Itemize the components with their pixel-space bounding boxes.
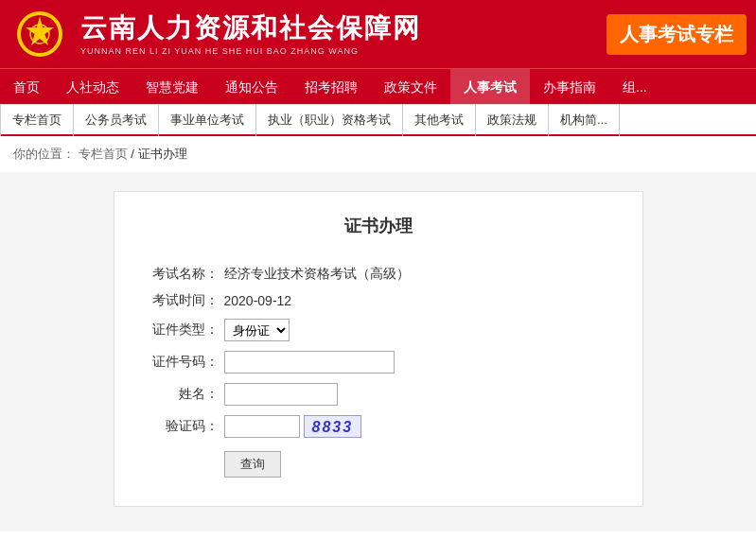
cert-code-label: 证件号码： bbox=[143, 354, 219, 371]
name-input[interactable] bbox=[224, 383, 338, 406]
exam-time-label: 考试时间： bbox=[143, 292, 219, 309]
sub-nav-item-zhuanlan[interactable]: 专栏首页 bbox=[0, 104, 74, 136]
sub-nav-item-zhengcefagui[interactable]: 政策法规 bbox=[476, 104, 549, 136]
content-area: 证书办理 考试名称： 经济专业技术资格考试（高级） 考试时间： 2020-09-… bbox=[0, 172, 756, 531]
cert-type-row: 证件类型： 身份证 护照 军官证 bbox=[143, 319, 614, 341]
query-button[interactable]: 查询 bbox=[224, 451, 281, 478]
sub-nav-item-jigou[interactable]: 机构简... bbox=[549, 104, 620, 136]
nav-item-renshikaoshi[interactable]: 人事考试 bbox=[450, 69, 530, 105]
header-title-pinyin: YUNNAN REN LI ZI YUAN HE SHE HUI BAO ZHA… bbox=[80, 46, 607, 56]
name-label: 姓名： bbox=[143, 386, 219, 403]
nav-item-renshidongtai[interactable]: 人社动态 bbox=[53, 69, 132, 105]
exam-time-value: 2020-09-12 bbox=[224, 293, 292, 308]
nav-item-more[interactable]: 组... bbox=[609, 69, 660, 105]
captcha-image[interactable]: 8833 bbox=[304, 415, 362, 438]
cert-code-input[interactable] bbox=[224, 351, 395, 374]
sub-nav: 专栏首页 公务员考试 事业单位考试 执业（职业）资格考试 其他考试 政策法规 机… bbox=[0, 104, 756, 136]
header: 云南人力资源和社会保障网 YUNNAN REN LI ZI YUAN HE SH… bbox=[0, 0, 756, 68]
nav-item-zhengce[interactable]: 政策文件 bbox=[371, 69, 450, 105]
nav-item-banshizhinan[interactable]: 办事指南 bbox=[530, 69, 609, 105]
cert-type-select[interactable]: 身份证 护照 军官证 bbox=[224, 319, 290, 341]
breadcrumb-separator: / bbox=[131, 147, 134, 161]
header-badge: 人事考试专栏 bbox=[607, 14, 747, 55]
captcha-row: 验证码： 8833 bbox=[143, 415, 614, 438]
cert-code-row: 证件号码： bbox=[143, 351, 614, 374]
name-row: 姓名： bbox=[143, 383, 614, 406]
nav-item-zhihuiDangjian[interactable]: 智慧党建 bbox=[132, 69, 212, 105]
nav-item-zhaokao[interactable]: 招考招聘 bbox=[291, 69, 371, 105]
form-title: 证书办理 bbox=[143, 215, 614, 247]
main-nav: 首页 人社动态 智慧党建 通知公告 招考招聘 政策文件 人事考试 办事指南 组.… bbox=[0, 68, 756, 104]
captcha-label: 验证码： bbox=[143, 418, 219, 435]
form-card: 证书办理 考试名称： 经济专业技术资格考试（高级） 考试时间： 2020-09-… bbox=[114, 191, 643, 507]
breadcrumb: 你的位置： 专栏首页 / 证书办理 bbox=[0, 136, 756, 172]
exam-name-label: 考试名称： bbox=[143, 266, 219, 283]
sub-nav-item-gongwuyuan[interactable]: 公务员考试 bbox=[74, 104, 159, 136]
header-title-block: 云南人力资源和社会保障网 YUNNAN REN LI ZI YUAN HE SH… bbox=[80, 12, 607, 56]
sub-nav-item-qita[interactable]: 其他考试 bbox=[403, 104, 476, 136]
sub-nav-item-shiyedanwei[interactable]: 事业单位考试 bbox=[159, 104, 256, 136]
header-title-cn: 云南人力资源和社会保障网 bbox=[80, 12, 607, 44]
nav-item-home[interactable]: 首页 bbox=[0, 69, 53, 105]
sub-nav-item-zhiye[interactable]: 执业（职业）资格考试 bbox=[256, 104, 403, 136]
cert-type-label: 证件类型： bbox=[143, 322, 219, 339]
nav-item-tongzhigonggao[interactable]: 通知公告 bbox=[212, 69, 291, 105]
exam-name-row: 考试名称： 经济专业技术资格考试（高级） bbox=[143, 266, 614, 283]
exam-name-value: 经济专业技术资格考试（高级） bbox=[224, 266, 410, 283]
exam-time-row: 考试时间： 2020-09-12 bbox=[143, 292, 614, 309]
captcha-input[interactable] bbox=[224, 415, 300, 438]
logo-emblem bbox=[9, 9, 71, 61]
breadcrumb-home-link[interactable]: 专栏首页 bbox=[79, 147, 128, 161]
button-row: 查询 bbox=[143, 449, 614, 478]
breadcrumb-current: 证书办理 bbox=[138, 147, 187, 161]
